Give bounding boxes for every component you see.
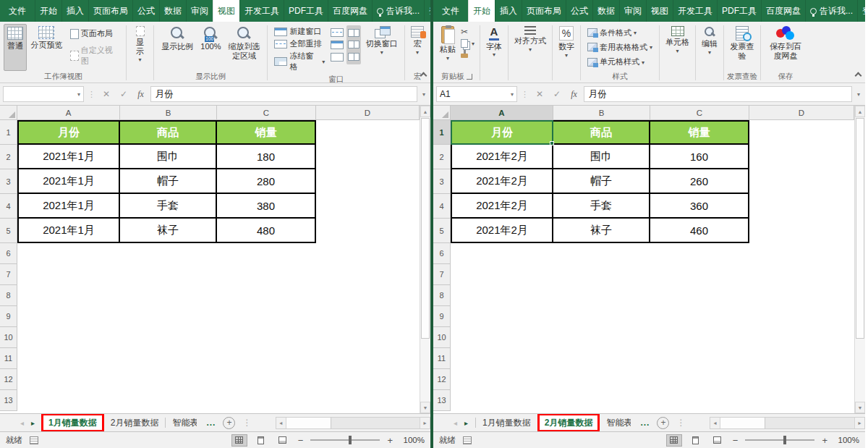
empty-cell[interactable] [451,390,854,411]
name-box[interactable]: ▾ [3,86,84,102]
empty-cell[interactable] [451,285,854,306]
horizontal-scroll-thumb[interactable] [720,418,765,428]
scroll-up-button[interactable]: ▲ [855,106,865,117]
column-header-C[interactable]: C [217,106,316,120]
row-header-6[interactable]: 6 [0,243,17,264]
table-data-cell[interactable]: 2021年1月 [17,169,120,194]
empty-cell[interactable] [17,243,420,264]
next-sheet-button[interactable]: ▸ [464,419,468,427]
table-data-cell[interactable]: 2021年2月 [451,145,553,169]
menu-tab-7[interactable]: 开发工具 [239,0,284,22]
table-header-cell[interactable]: 月份 [451,120,553,145]
zoom-button[interactable]: 显示比例 [157,24,197,71]
menu-tab-2[interactable]: 页面布局 [522,0,566,22]
paste-button[interactable]: 粘贴 ▾ [437,24,459,71]
sheet-tab-1[interactable]: 1月销量数据 [42,414,103,431]
row-header-12[interactable]: 12 [433,369,451,390]
view-page-break-button[interactable] [275,434,291,447]
zoom-slider[interactable] [745,439,814,441]
empty-cell[interactable] [749,194,854,219]
row-header-13[interactable]: 13 [433,390,451,411]
cell-styles-button[interactable]: 单元格样式 ▾ [585,56,655,68]
menu-tab-9[interactable]: 百度网盘 [761,0,805,22]
formula-bar-expand-icon[interactable]: ▾ [420,91,427,98]
scroll-up-button[interactable]: ▲ [420,106,430,117]
row-header-10[interactable]: 10 [0,327,17,348]
arrange-all-button[interactable]: 全部重排 [272,38,327,50]
empty-cell[interactable] [316,145,420,169]
menu-tab-5[interactable]: 审阅 [186,0,213,22]
table-data-cell[interactable]: 380 [217,194,316,219]
hidden-sheets-ellipsis[interactable]: ... [203,414,218,431]
page-layout-button[interactable]: 页面布局 [68,28,122,40]
view-page-layout-button[interactable] [688,434,704,447]
empty-cell[interactable] [451,348,854,369]
menu-tab-3[interactable]: 公式 [132,0,159,22]
menu-tab-1[interactable]: 插入 [61,0,88,22]
table-data-cell[interactable]: 袜子 [120,219,217,243]
login-button[interactable]: 登录 [857,0,865,22]
zoom-in-button[interactable]: + [386,435,394,446]
column-header-A[interactable]: A [451,106,553,120]
table-data-cell[interactable]: 手套 [120,194,217,219]
scroll-left-button[interactable]: ◂ [276,418,286,428]
empty-cell[interactable] [749,120,854,145]
table-data-cell[interactable]: 2021年1月 [17,194,120,219]
sheet-tab-3[interactable]: 智能表 [166,414,203,431]
cut-button[interactable]: ✂ [459,27,476,37]
menu-tab-4[interactable]: 数据 [592,0,619,22]
row-header-8[interactable]: 8 [433,285,451,306]
table-data-cell[interactable]: 460 [650,219,749,243]
row-header-12[interactable]: 12 [0,369,17,390]
menu-tab-8[interactable]: PDF工具 [717,0,761,22]
empty-cell[interactable] [17,306,420,327]
table-data-cell[interactable]: 帽子 [120,169,217,194]
view-normal-button[interactable] [666,434,682,447]
empty-cell[interactable] [451,306,854,327]
new-sheet-button[interactable]: + [223,417,235,429]
zoom-slider-thumb[interactable] [349,436,352,444]
menu-tab-9[interactable]: 百度网盘 [328,0,372,22]
empty-cell[interactable] [749,169,854,194]
dialog-launcher-icon[interactable] [467,74,472,80]
invoice-check-button[interactable]: 发票查验 [727,24,757,71]
menu-tab-7[interactable]: 开发工具 [673,0,717,22]
row-header-5[interactable]: 5 [433,219,451,243]
scroll-right-button[interactable]: ▸ [854,418,864,428]
new-sheet-button[interactable]: + [657,417,669,429]
zoom-percentage[interactable]: 100% [400,436,425,444]
cells-dropdown-button[interactable]: 单元格 ▾ [663,24,692,83]
switch-windows-button[interactable]: 切换窗口 ▾ [362,24,401,75]
table-data-cell[interactable]: 2021年2月 [451,194,553,219]
macros-button[interactable]: 宏 ▾ [408,24,427,71]
hide-window-button[interactable] [331,41,344,49]
zoom-to-selection-button[interactable]: 缩放到选定区域 [224,24,264,71]
format-painter-button[interactable] [459,50,476,58]
row-header-3[interactable]: 3 [0,169,17,194]
empty-cell[interactable] [316,194,420,219]
tell-me-button[interactable]: 告诉我... [372,0,424,22]
table-header-cell[interactable]: 销量 [217,120,316,145]
empty-cell[interactable] [451,327,854,348]
collapse-ribbon-button[interactable] [421,73,426,78]
freeze-panes-button[interactable]: 冻结窗格 ▾ [272,50,327,73]
font-dropdown-button[interactable]: A 字体 ▾ [483,24,505,83]
empty-cell[interactable] [17,369,420,390]
alignment-dropdown-button[interactable]: 对齐方式 ▾ [511,24,549,83]
save-to-baidu-button[interactable]: 保存到百度网盘 [764,24,807,71]
custom-views-button[interactable]: 自定义视图 [68,44,122,67]
name-box-dropdown-icon[interactable]: ▾ [511,91,514,98]
zoom-percentage[interactable]: 100% [835,436,859,444]
scroll-left-button[interactable]: ◂ [710,418,720,428]
row-header-11[interactable]: 11 [433,348,451,369]
format-as-table-button[interactable]: 套用表格格式 ▾ [585,41,655,54]
row-header-11[interactable]: 11 [0,348,17,369]
table-data-cell[interactable]: 2021年2月 [451,169,553,194]
scroll-down-button[interactable]: ▼ [420,402,430,413]
row-header-7[interactable]: 7 [433,264,451,285]
horizontal-scrollbar[interactable]: ◂ ▸ [710,417,865,429]
empty-cell[interactable] [17,390,420,411]
scroll-down-button[interactable]: ▼ [855,402,865,413]
editing-dropdown-button[interactable]: 编辑 ▾ [699,24,720,83]
row-header-3[interactable]: 3 [433,169,451,194]
